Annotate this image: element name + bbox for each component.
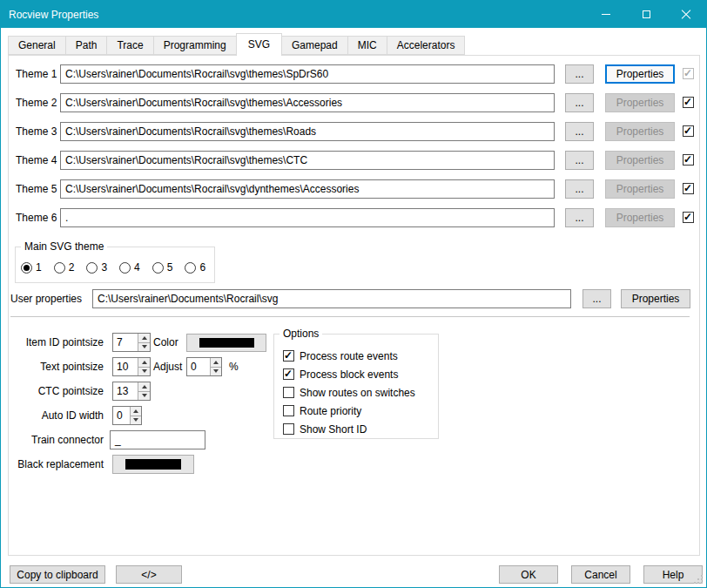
ctc-pointsize-spinner[interactable]: 13	[112, 382, 151, 401]
checkbox-icon[interactable]	[283, 368, 294, 380]
tab-general[interactable]: General	[8, 36, 66, 55]
radio-icon[interactable]	[185, 262, 196, 274]
spin-down-button[interactable]	[131, 416, 141, 425]
radio-icon[interactable]	[54, 262, 65, 274]
spin-down-button[interactable]	[138, 342, 150, 352]
spinner-value[interactable]: 0	[113, 407, 130, 424]
theme4-browse-button[interactable]: ...	[565, 151, 594, 170]
theme1-properties-button[interactable]: Properties	[605, 64, 675, 84]
spinner-value[interactable]: 7	[113, 334, 138, 351]
option-process-block-events[interactable]: Process block events	[283, 368, 415, 380]
spin-up-button[interactable]	[138, 358, 150, 367]
spinner-value[interactable]: 13	[113, 382, 138, 400]
theme2-properties-button[interactable]: Properties	[605, 93, 675, 112]
theme3-properties-button[interactable]: Properties	[605, 122, 675, 141]
radio-icon[interactable]	[21, 262, 32, 274]
theme4-path-input[interactable]: C:\Users\rainer\Documents\Rocrail\svg\th…	[60, 151, 555, 170]
spin-up-button[interactable]	[138, 334, 150, 342]
minimize-button[interactable]	[586, 1, 626, 28]
spin-down-button[interactable]	[138, 391, 150, 401]
theme2-enable-checkbox[interactable]	[683, 97, 694, 108]
checkbox-icon[interactable]	[283, 423, 294, 435]
theme5-properties-button[interactable]: Properties	[605, 179, 675, 199]
theme6-path-input[interactable]: .	[60, 208, 555, 227]
checkbox-icon[interactable]	[283, 405, 294, 416]
option-show-routes-on-switches[interactable]: Show routes on switches	[283, 387, 415, 398]
auto-id-width-spinner[interactable]: 0	[112, 406, 142, 425]
spin-up-icon	[213, 361, 219, 364]
theme6-browse-button[interactable]: ...	[565, 208, 594, 227]
option-label: Show routes on switches	[300, 387, 415, 399]
window-controls	[586, 1, 706, 28]
cancel-button[interactable]: Cancel	[571, 565, 630, 584]
user-properties-properties-button[interactable]: Properties	[621, 289, 690, 308]
radio-theme-5[interactable]: 5	[152, 261, 173, 274]
tab-gamepad[interactable]: Gamepad	[281, 36, 348, 55]
user-properties-input[interactable]: C:\Users\rainer\Documents\Rocrail\svg	[92, 289, 571, 308]
tab-svg[interactable]: SVG	[236, 33, 282, 56]
checkbox-icon[interactable]	[283, 387, 294, 398]
theme4-enable-checkbox[interactable]	[683, 154, 694, 166]
resize-grip[interactable]	[701, 582, 703, 584]
theme3-enable-checkbox[interactable]	[683, 125, 694, 137]
theme6-properties-button[interactable]: Properties	[605, 208, 675, 227]
tab-mic[interactable]: MIC	[347, 36, 387, 55]
tab-trace[interactable]: Trace	[106, 36, 153, 55]
spin-up-button[interactable]	[138, 382, 150, 391]
option-show-short-id[interactable]: Show Short ID	[283, 423, 415, 435]
help-button[interactable]: Help	[643, 565, 703, 584]
black-replacement-button[interactable]	[112, 455, 194, 474]
theme5-path-input[interactable]: C:\Users\rainer\Documents\Rocrail\svg\dy…	[60, 179, 555, 199]
theme1-path-input[interactable]: C:\Users\rainer\Documents\Rocrail\svg\th…	[60, 64, 555, 84]
tab-accelerators[interactable]: Accelerators	[387, 36, 466, 55]
option-process-route-events[interactable]: Process route events	[283, 350, 415, 362]
theme1-browse-button[interactable]: ...	[565, 64, 594, 84]
item-id-color-button[interactable]	[186, 334, 266, 352]
tab-path[interactable]: Path	[65, 36, 108, 55]
ctc-pointsize-label: CTC pointsize	[1, 385, 104, 397]
spin-up-icon	[142, 361, 147, 364]
spin-down-icon	[142, 345, 147, 348]
spinner-value[interactable]: 10	[113, 358, 138, 375]
code-button[interactable]: </>	[116, 565, 182, 584]
theme5-browse-button[interactable]: ...	[565, 179, 594, 199]
theme2-path-input[interactable]: C:\Users\rainer\Documents\Rocrail\svg\th…	[60, 93, 555, 112]
maximize-button[interactable]	[626, 1, 666, 28]
theme2-browse-button[interactable]: ...	[565, 93, 594, 112]
theme6-enable-checkbox[interactable]	[683, 212, 694, 223]
options-group: Options Process route events Process blo…	[273, 334, 439, 439]
radio-icon[interactable]	[152, 262, 164, 274]
theme4-properties-button[interactable]: Properties	[605, 151, 675, 170]
theme3-browse-button[interactable]: ...	[565, 122, 594, 141]
text-pointsize-spinner[interactable]: 10	[112, 357, 151, 376]
radio-theme-1[interactable]: 1	[21, 261, 42, 274]
minimize-icon	[602, 14, 610, 15]
adjust-unit-label: %	[229, 361, 239, 373]
radio-theme-3[interactable]: 3	[86, 261, 107, 274]
theme3-path-input[interactable]: C:\Users\rainer\Documents\Rocrail\svg\th…	[60, 122, 555, 141]
close-button[interactable]	[666, 1, 706, 28]
item-id-pointsize-spinner[interactable]: 7	[112, 333, 151, 352]
radio-icon[interactable]	[86, 262, 98, 274]
option-route-priority[interactable]: Route priority	[283, 405, 415, 416]
adjust-spinner[interactable]: 0	[186, 357, 222, 376]
options-legend: Options	[279, 328, 322, 340]
radio-theme-6[interactable]: 6	[185, 261, 205, 274]
spin-up-button[interactable]	[211, 358, 221, 367]
spinner-value[interactable]: 0	[187, 358, 210, 375]
copy-to-clipboard-button[interactable]: Copy to clipboard	[10, 565, 105, 584]
checkbox-icon[interactable]	[283, 350, 294, 362]
radio-theme-4[interactable]: 4	[119, 261, 140, 274]
radio-icon[interactable]	[119, 262, 131, 274]
user-properties-browse-button[interactable]: ...	[582, 289, 611, 308]
spin-up-button[interactable]	[131, 407, 141, 416]
spin-down-button[interactable]	[138, 367, 150, 376]
theme1-enable-checkbox[interactable]	[683, 68, 694, 79]
spin-down-button[interactable]	[211, 367, 221, 376]
theme5-enable-checkbox[interactable]	[683, 183, 694, 194]
train-connector-input[interactable]: _	[110, 430, 205, 449]
tab-programming[interactable]: Programming	[153, 36, 237, 55]
ok-button[interactable]: OK	[499, 565, 558, 584]
radio-theme-2[interactable]: 2	[54, 261, 75, 274]
radio-label: 2	[69, 261, 75, 274]
